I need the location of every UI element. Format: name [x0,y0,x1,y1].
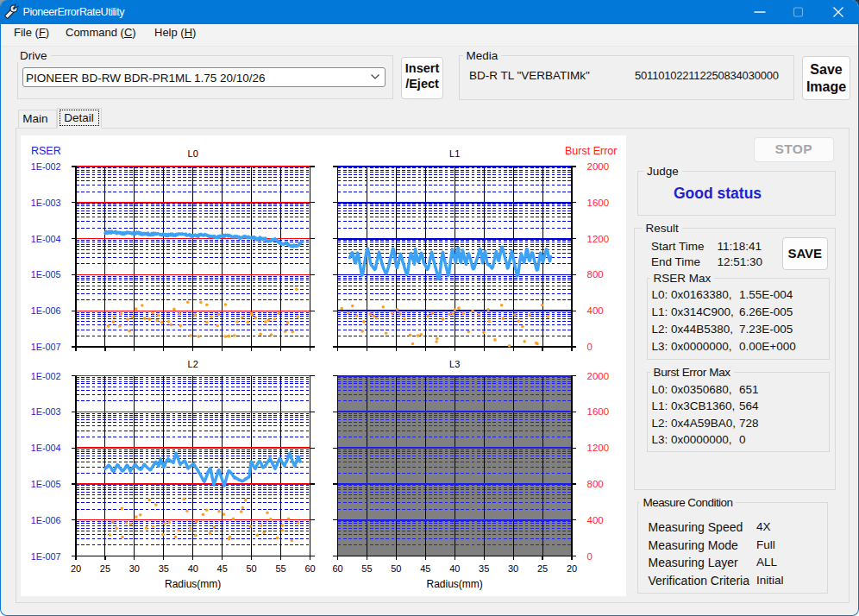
svg-text:40: 40 [449,563,460,574]
svg-text:1E-002: 1E-002 [31,370,61,380]
svg-text:40: 40 [188,563,198,574]
svg-text:2000: 2000 [587,161,610,172]
svg-text:1E-002: 1E-002 [31,161,61,172]
svg-text:L2: L2 [188,358,198,368]
svg-text:45: 45 [420,563,430,574]
svg-text:55: 55 [361,563,372,574]
svg-text:1E-007: 1E-007 [31,550,61,561]
svg-text:1E-007: 1E-007 [31,342,61,352]
svg-text:800: 800 [587,269,604,280]
svg-text:35: 35 [479,563,489,574]
svg-text:30: 30 [508,563,518,574]
svg-text:L1: L1 [449,148,460,159]
svg-text:1600: 1600 [587,406,610,417]
svg-text:25: 25 [537,563,548,574]
svg-text:25: 25 [100,563,110,574]
svg-text:1E-006: 1E-006 [31,305,61,316]
svg-text:60: 60 [332,563,342,574]
svg-text:1E-003: 1E-003 [31,406,61,417]
svg-text:Radius(mm): Radius(mm) [427,578,483,590]
svg-text:Radius(mm): Radius(mm) [165,578,221,590]
svg-text:20: 20 [567,563,577,574]
svg-text:1600: 1600 [587,197,610,207]
svg-text:1200: 1200 [587,233,610,243]
svg-text:50: 50 [247,563,257,574]
svg-text:55: 55 [275,563,285,574]
svg-text:L0: L0 [188,148,198,159]
svg-text:2000: 2000 [587,370,610,380]
svg-text:800: 800 [587,478,604,488]
svg-text:L3: L3 [449,358,460,368]
svg-text:50: 50 [391,563,401,574]
svg-text:0: 0 [587,342,593,352]
svg-text:60: 60 [304,563,315,574]
svg-text:1E-004: 1E-004 [31,443,61,453]
svg-text:1200: 1200 [587,443,610,453]
svg-text:1E-004: 1E-004 [31,233,61,243]
svg-text:30: 30 [129,563,140,574]
svg-text:0: 0 [587,550,593,561]
svg-text:400: 400 [587,514,604,525]
svg-text:20: 20 [71,563,81,574]
svg-text:400: 400 [587,305,604,316]
svg-text:Burst Error: Burst Error [565,145,617,157]
svg-text:1E-005: 1E-005 [31,478,61,488]
svg-text:1E-005: 1E-005 [31,269,61,280]
svg-text:45: 45 [217,563,228,574]
svg-text:1E-003: 1E-003 [31,197,61,207]
svg-text:1E-006: 1E-006 [31,514,61,525]
svg-text:RSER: RSER [31,145,61,157]
svg-text:35: 35 [159,563,169,574]
